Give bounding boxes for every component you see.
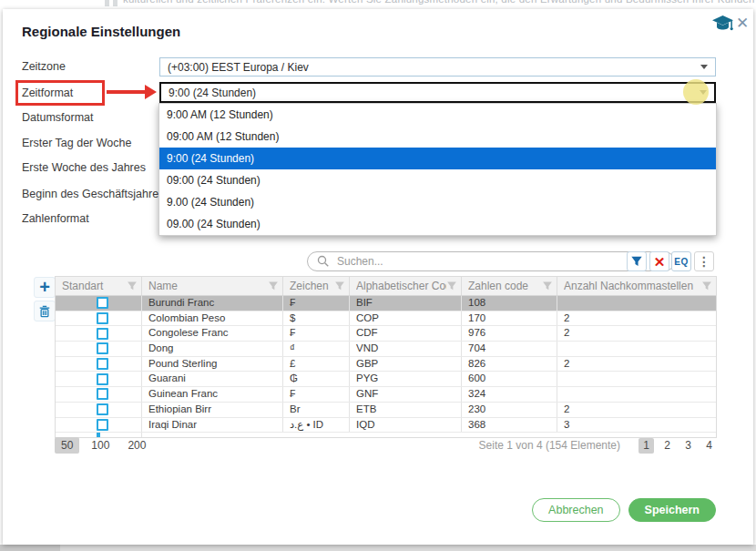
save-button[interactable]: Speichern — [628, 498, 716, 522]
row-checkbox[interactable] — [97, 328, 108, 340]
search-input[interactable] — [337, 255, 665, 268]
cell-name: Dong — [142, 342, 283, 356]
cell-zeichen: ₣ — [283, 296, 350, 311]
filter-icon — [630, 255, 643, 268]
cell-zahlen-code: 826 — [462, 357, 557, 372]
search-field — [307, 251, 675, 271]
zahlenformat-label: Zahlenformat — [22, 212, 89, 225]
row-checkbox[interactable] — [97, 373, 108, 385]
background-clipped-text: kulturellen und zeitlichen Präferenzen e… — [123, 0, 756, 5]
page-button-4[interactable]: 4 — [701, 438, 717, 454]
add-row-button[interactable]: + — [34, 277, 56, 298]
row-checkbox[interactable] — [97, 403, 108, 415]
column-header-zeichen[interactable]: Zeichen — [283, 277, 350, 295]
filter-button[interactable] — [627, 251, 647, 271]
column-filter-icon[interactable] — [127, 281, 138, 291]
table-row[interactable]: Dong ₫ VND 704 — [56, 342, 716, 357]
background-bottom-bar — [0, 545, 756, 551]
column-filter-icon[interactable] — [542, 281, 553, 291]
row-checkbox[interactable] — [97, 419, 108, 431]
row-checkbox[interactable] — [97, 342, 108, 354]
row-checkbox[interactable] — [97, 358, 108, 370]
page-size-100[interactable]: 100 — [85, 437, 116, 454]
row-select-cell — [56, 311, 142, 326]
column-header-standart[interactable]: Standart — [56, 277, 142, 295]
cell-nachkommastellen: 2 — [557, 311, 716, 326]
dropdown-option[interactable]: 9:00 AM (12 Stunden) — [159, 104, 716, 126]
dropdown-option[interactable]: 9.00 (24 Stunden) — [159, 191, 716, 213]
dropdown-option[interactable]: 09:00 (24 Stunden) — [159, 169, 716, 191]
table-row[interactable]: Ethiopian Birr Br ETB 230 2 — [56, 403, 716, 418]
delete-row-button[interactable] — [34, 301, 56, 321]
cell-zahlen-code: 230 — [462, 403, 557, 417]
column-filter-icon[interactable] — [701, 281, 712, 291]
cell-nachkommastellen: 3 — [557, 418, 716, 433]
search-builder-button[interactable]: EQ — [671, 251, 691, 271]
row-select-cell — [56, 296, 142, 311]
page-button-1[interactable]: 1 — [639, 438, 654, 454]
search-icon — [317, 255, 330, 268]
zeitzone-value: (+03:00) EEST Europa / Kiev — [168, 61, 700, 74]
table-row[interactable]: Burundi Franc ₣ BIF 108 — [56, 296, 716, 311]
cell-nachkommastellen — [557, 387, 716, 402]
background-bottom-segment — [0, 545, 60, 551]
table-row[interactable]: Guinean Franc ₣ GNF 324 — [56, 387, 716, 403]
cell-zeichen: ع.د • ID — [283, 418, 350, 433]
cell-alpha-code: VND — [350, 342, 462, 356]
menu-icon: ⋮ — [698, 254, 710, 269]
column-header-name[interactable]: Name — [142, 277, 283, 295]
cancel-button[interactable]: Abbrechen — [532, 498, 619, 522]
cell-zahlen-code: 368 — [462, 418, 557, 433]
column-filter-icon[interactable] — [334, 281, 345, 291]
cell-name: Pound Sterling — [142, 357, 283, 372]
dropdown-option[interactable]: 09.00 (24 Stunden) — [159, 213, 716, 235]
column-label: Zeichen — [290, 280, 334, 292]
page-size-50[interactable]: 50 — [55, 437, 79, 454]
page-button-2[interactable]: 2 — [659, 438, 675, 454]
cell-zahlen-code: 170 — [462, 311, 557, 326]
cell-alpha-code: GNF — [350, 387, 462, 402]
column-header-zahlen-code[interactable]: Zahlen code — [462, 277, 557, 295]
column-filter-icon[interactable] — [268, 281, 279, 291]
row-select-cell — [56, 403, 142, 417]
table-row[interactable]: Iraqi Dinar ع.د • ID IQD 368 3 — [56, 418, 716, 434]
background-tick — [113, 0, 117, 6]
table-row[interactable]: Pound Sterling £ GBP 826 2 — [56, 357, 716, 372]
cell-alpha-code: COP — [350, 311, 462, 326]
zeitformat-value: 9:00 (24 Stunden) — [169, 87, 700, 99]
close-icon[interactable]: ✕ — [734, 15, 751, 32]
column-header-alphabetischer-code[interactable]: Alphabetischer Code — [350, 277, 462, 295]
table-row[interactable]: Congolese Franc ₣ CDF 976 2 — [56, 326, 716, 342]
cell-name: Guarani — [142, 372, 283, 386]
page-title: Regionale Einstellungen — [22, 24, 180, 39]
column-filter-icon[interactable] — [446, 281, 457, 291]
annotation-arrow — [107, 90, 147, 94]
cell-zahlen-code: 976 — [462, 326, 557, 341]
cell-zeichen: ₫ — [283, 342, 350, 356]
cell-alpha-code: PYG — [350, 372, 462, 386]
zeitformat-select[interactable]: 9:00 (24 Stunden) — [159, 82, 716, 103]
tutorial-graduation-cap-icon[interactable] — [712, 15, 734, 35]
row-checkbox[interactable] — [97, 388, 108, 400]
column-header-anzahl-nachkommastellen[interactable]: Anzahl Nachkommastellen — [557, 277, 716, 295]
table-row[interactable]: Colombian Peso $ COP 170 2 — [56, 311, 716, 327]
page-size-200[interactable]: 200 — [121, 437, 152, 454]
cell-zeichen: ₣ — [283, 387, 350, 402]
row-checkbox[interactable] — [97, 297, 108, 309]
clear-filter-button[interactable]: ✕ — [649, 251, 669, 271]
row-select-cell — [56, 326, 142, 341]
beginn-des-geschaeftsjahres-label: Beginn des Geschäftsjahres — [22, 188, 164, 200]
cell-zeichen: Br — [283, 403, 350, 417]
dropdown-option-selected[interactable]: 9:00 (24 Stunden) — [159, 148, 716, 169]
cell-nachkommastellen — [557, 296, 716, 311]
table-row[interactable]: Guarani ₲ PYG 600 — [56, 372, 716, 387]
grid-menu-button[interactable]: ⋮ — [694, 251, 714, 271]
chevron-down-icon — [700, 90, 707, 95]
erste-woche-des-jahres-label: Erste Woche des Jahres — [22, 161, 146, 174]
dropdown-option[interactable]: 09:00 AM (12 Stunden) — [159, 126, 716, 148]
page-button-3[interactable]: 3 — [680, 438, 696, 454]
zeitzone-select[interactable]: (+03:00) EEST Europa / Kiev — [159, 57, 716, 77]
cell-alpha-code: ETB — [350, 403, 462, 417]
row-checkbox[interactable] — [97, 312, 108, 324]
cell-nachkommastellen — [557, 342, 716, 356]
